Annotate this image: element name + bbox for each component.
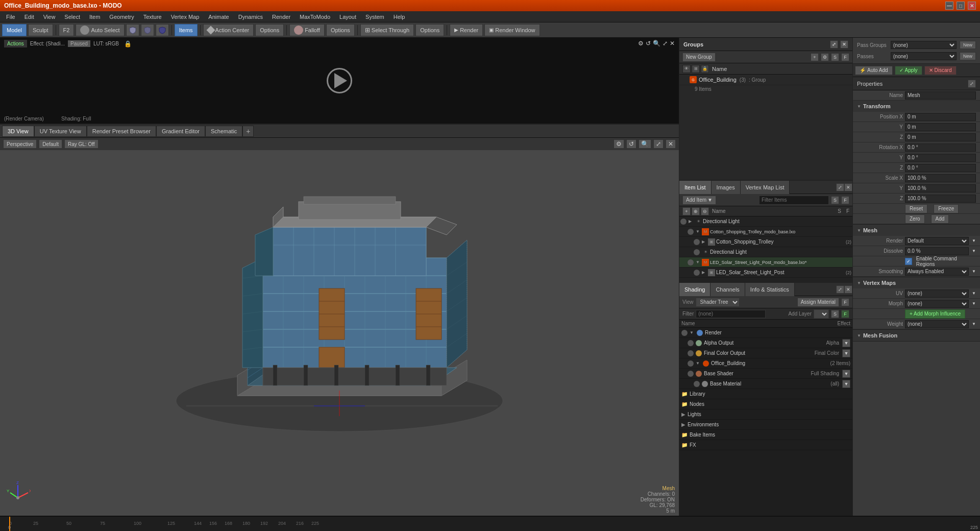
item-eye[interactable]: [688, 259, 694, 266]
groups-toolbar-icon-4[interactable]: F: [841, 53, 849, 61]
shader-tree-select[interactable]: Shader Tree: [696, 298, 740, 307]
item-name[interactable]: LED_Solar_Street_Light_Post: [716, 270, 845, 275]
viewport-settings-btn[interactable]: ⚙: [614, 139, 624, 149]
menu-render[interactable]: Render: [268, 13, 295, 21]
viewport-expand-btn[interactable]: ⤢: [653, 139, 664, 149]
filter-items-input[interactable]: [759, 196, 829, 205]
shading-expand-btn[interactable]: ▼: [690, 330, 695, 335]
enable-command-regions-checkbox[interactable]: ✓: [905, 258, 912, 265]
gear-icon[interactable]: ⚙: [638, 40, 644, 47]
shading-folder-nodes[interactable]: 📁 Nodes: [679, 399, 852, 409]
refresh-icon[interactable]: ↺: [646, 40, 651, 47]
shading-row-name[interactable]: Base Shader: [704, 371, 808, 376]
shading-btn-f[interactable]: F: [841, 298, 849, 306]
mesh-fusion-header[interactable]: Mesh Fusion: [853, 330, 980, 341]
render-button[interactable]: ▶ Render: [450, 24, 483, 36]
item-name[interactable]: Directional Light: [710, 249, 851, 255]
groups-item[interactable]: G Office_Building (3) : Group: [679, 75, 852, 85]
minimize-btn[interactable]: —: [945, 2, 953, 10]
position-y-value[interactable]: 0 m: [905, 123, 976, 131]
shading-eye[interactable]: [694, 381, 700, 387]
passes-new-button[interactable]: New: [960, 52, 976, 60]
shading-row-name[interactable]: Office_Building: [711, 360, 828, 366]
search-icon[interactable]: 🔍: [653, 40, 660, 47]
shield-icon-1[interactable]: [126, 24, 139, 36]
play-button[interactable]: [327, 68, 352, 93]
shading-filter-input[interactable]: [696, 310, 766, 318]
item-eye[interactable]: [688, 229, 694, 235]
model-mode-button[interactable]: Model: [2, 24, 27, 36]
tab-shading[interactable]: Shading: [679, 283, 710, 296]
zero-button[interactable]: Zero: [905, 214, 925, 224]
tab-schematic[interactable]: Schematic: [205, 126, 242, 137]
tab-images[interactable]: Images: [712, 181, 741, 194]
render-select[interactable]: Default: [905, 237, 969, 245]
falloff-button[interactable]: Falloff: [289, 24, 325, 36]
auto-select-button[interactable]: Auto Select: [76, 24, 124, 36]
menu-vertex-map[interactable]: Vertex Map: [167, 13, 204, 21]
item-expand[interactable]: ▼: [696, 260, 701, 264]
tab-info-statistics[interactable]: Info & Statistics: [745, 283, 795, 296]
menu-maxtomodo[interactable]: MaxToModo: [296, 13, 334, 21]
rotation-x-value[interactable]: 0.0 °: [905, 143, 976, 152]
shading-effect-arrow[interactable]: ▼: [842, 380, 850, 388]
menu-help[interactable]: Help: [389, 13, 409, 21]
shading-effect-arrow[interactable]: ▼: [842, 339, 850, 347]
close-btn[interactable]: ✕: [968, 2, 976, 10]
menu-edit[interactable]: Edit: [20, 13, 38, 21]
tab-render-preset-browser[interactable]: Render Preset Browser: [87, 126, 156, 137]
shading-eye[interactable]: [681, 330, 688, 336]
item-expand[interactable]: ▼: [696, 229, 701, 234]
menu-texture[interactable]: Texture: [139, 13, 166, 21]
freeze-button[interactable]: Freeze: [934, 204, 959, 213]
add-layer-select[interactable]: [814, 309, 829, 319]
shading-expand[interactable]: ⤢: [836, 285, 844, 294]
viewport-3d[interactable]: Perspective Default Ray GL: Off ⚙ ↺ 🔍 ⤢ …: [0, 138, 679, 516]
pass-groups-select[interactable]: (none): [891, 41, 957, 49]
select-options-button[interactable]: Options: [415, 24, 444, 36]
shading-folder-library[interactable]: 📁 Library: [679, 389, 852, 399]
shading-close[interactable]: ✕: [844, 285, 852, 294]
name-value[interactable]: Mesh: [905, 91, 976, 100]
uv-select[interactable]: (none): [905, 289, 969, 298]
shading-row-name[interactable]: Final Color Output: [704, 350, 813, 356]
tab-uv-texture-view[interactable]: UV Texture View: [34, 126, 87, 137]
add-tab-button[interactable]: +: [242, 126, 254, 137]
item-name[interactable]: Cotton_Shopping_Trolley: [716, 239, 845, 245]
shading-row-name[interactable]: Base Material: [710, 381, 828, 387]
shading-folder-fx[interactable]: 📁 FX: [679, 440, 852, 450]
pass-groups-new-button[interactable]: New: [960, 41, 976, 49]
new-group-button[interactable]: New Group: [682, 53, 716, 62]
menu-item[interactable]: Item: [85, 13, 104, 21]
item-eye[interactable]: [694, 239, 700, 245]
viewport-refresh-btn[interactable]: ↺: [626, 139, 636, 149]
item-panel-close[interactable]: ✕: [844, 183, 852, 191]
shading-row-name[interactable]: Render: [705, 330, 850, 335]
shading-eye[interactable]: [688, 360, 694, 367]
add-transform-button[interactable]: Add: [931, 214, 949, 224]
expand-icon[interactable]: ⤢: [663, 40, 668, 47]
reset-button[interactable]: Reset: [905, 204, 927, 213]
shield-icon-3[interactable]: [156, 24, 169, 36]
tab-3d-view[interactable]: 3D View: [2, 126, 34, 137]
sculpt-mode-button[interactable]: Sculpt: [28, 24, 53, 36]
shading-eye[interactable]: [688, 350, 694, 356]
falloff-options-button[interactable]: Options: [326, 24, 355, 36]
shading-folder-lights[interactable]: ▶ Lights: [679, 409, 852, 420]
discard-button[interactable]: ✕ Discard: [924, 66, 957, 75]
shading-effect-arrow[interactable]: ▼: [842, 349, 850, 357]
menu-file[interactable]: File: [2, 13, 19, 21]
item-expand[interactable]: ▶: [689, 219, 694, 224]
dissolve-value[interactable]: 0.0 %: [905, 247, 969, 255]
item-expand[interactable]: ▶: [702, 270, 707, 275]
groups-toolbar-icon-2[interactable]: ⚙: [821, 53, 829, 61]
position-z-value[interactable]: 0 m: [905, 133, 976, 141]
groups-close-icon[interactable]: ✕: [840, 40, 848, 49]
menu-layout[interactable]: Layout: [335, 13, 360, 21]
shading-filter-s[interactable]: S: [831, 310, 839, 318]
shading-filter-f[interactable]: F: [841, 310, 849, 318]
tab-gradient-editor[interactable]: Gradient Editor: [156, 126, 205, 137]
shading-row-name[interactable]: Alpha Output: [704, 340, 824, 346]
item-name[interactable]: Cotton_Shopping_Trolley_modo_base.lxo: [710, 229, 851, 234]
maximize-btn[interactable]: □: [957, 2, 965, 10]
